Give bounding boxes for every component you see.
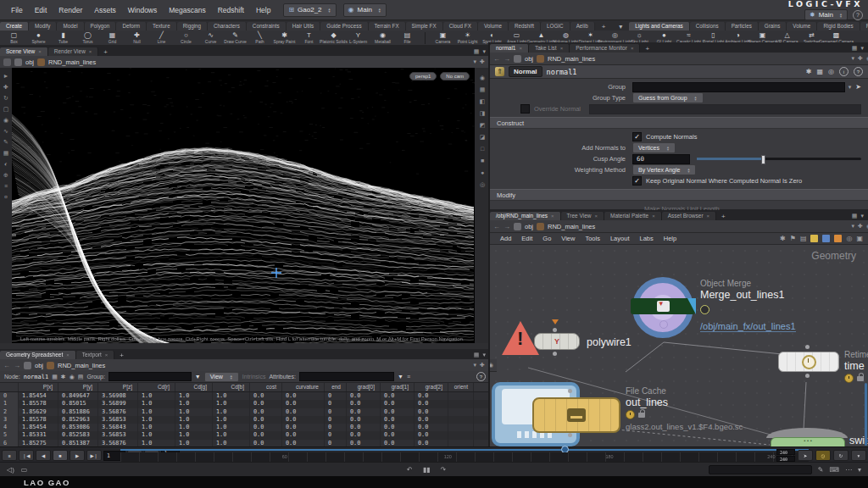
pane-menu-icon[interactable]: ▾ (482, 48, 486, 55)
pane-split-icon[interactable]: ▦ (474, 352, 480, 358)
column-header-end[interactable]: end (325, 383, 347, 391)
pane-menu-icon[interactable]: ▾ (860, 213, 864, 219)
pause-icon[interactable]: ▮▮ (423, 466, 431, 474)
network-tab-tree-view[interactable]: Tree View× (561, 212, 604, 220)
filter-funnel-icon[interactable]: ▼ (195, 374, 201, 380)
path-node[interactable]: RND_main_lines (548, 223, 595, 230)
range-arrow-icon[interactable]: ➤ (798, 450, 813, 461)
input-connector[interactable] (805, 345, 810, 349)
table-row[interactable]: 11.855780.850153.568991.01.01.00.00.000.… (0, 400, 490, 408)
flag-icon[interactable]: ⚑ (790, 235, 796, 242)
merge-object-path[interactable]: /obj/main_fx/out_lines1 (700, 321, 796, 332)
stop-button[interactable]: ■ (53, 450, 68, 461)
close-tab-icon[interactable]: × (631, 46, 634, 51)
attributes-filter-input[interactable] (299, 372, 394, 381)
shade-icon[interactable]: ◐ (4, 161, 8, 168)
close-tab-icon[interactable]: × (105, 352, 108, 358)
table-row[interactable]: 61.852750.8513873.568761.01.01.00.00.000… (0, 440, 490, 446)
timeline-track[interactable] (120, 449, 809, 451)
shelf-tool-circle[interactable]: ○Circle (174, 31, 198, 44)
info-icon[interactable]: i (839, 67, 849, 76)
chevron-down-icon[interactable]: ▾ (474, 58, 477, 65)
column-header-orient[interactable]: orient (448, 383, 474, 391)
viewport-render-area[interactable]: persp1 No cam Left mouse tumbles. Middle… (12, 68, 475, 343)
shelf2-tab-rigid-bodies[interactable]: Rigid Bodies (817, 22, 860, 30)
column-header-grad0[interactable]: grad[0] (347, 383, 381, 391)
pen-icon[interactable]: ✎ (3, 139, 8, 146)
network-tab--obj-rnd-main-lines[interactable]: /obj/RND_main_lines× (490, 212, 561, 220)
search-icon[interactable]: ◎ (828, 68, 834, 75)
desktop-selector[interactable]: ◉ Main ▲▼ (343, 3, 387, 17)
filled-square-icon[interactable]: ■ (481, 158, 484, 164)
shelf2-tab-lights-and-cameras[interactable]: Lights and Cameras (629, 22, 689, 30)
column-header-grad2[interactable]: grad[2] (415, 383, 448, 391)
shelf-tab-volume[interactable]: Volume (478, 22, 509, 30)
shelf-tool-metaball[interactable]: ◉Metaball (370, 31, 395, 44)
path-root[interactable]: obj (35, 362, 43, 369)
column-header-Pz[interactable]: P[z] (98, 383, 138, 391)
column-header-Px[interactable]: P[x] (19, 383, 58, 391)
sceneview-tab-render-view[interactable]: Render View× (48, 47, 99, 56)
network-canvas[interactable]: Geometry Object Merge Merge_out_lines1 /… (490, 245, 868, 446)
shade-bottom-icon[interactable]: ◪ (480, 134, 486, 141)
list-icon[interactable]: ≡ (4, 183, 8, 190)
pin-plus-icon[interactable]: ✚ (858, 223, 863, 230)
shelf-tab-guide-process[interactable]: Guide Process (320, 22, 368, 30)
network-menu-layout[interactable]: Layout (605, 235, 635, 242)
menu-help[interactable]: Help (250, 6, 276, 14)
network-menu-go[interactable]: Go (537, 235, 556, 242)
new-tab-icon[interactable]: + (114, 352, 129, 359)
menu-edit[interactable]: Edit (29, 6, 53, 14)
target-icon[interactable]: ◉ (70, 374, 75, 380)
pane-split-icon[interactable]: ▦ (474, 48, 480, 55)
close-tab-icon[interactable]: × (551, 214, 554, 219)
orange-palette-icon[interactable] (834, 235, 842, 242)
column-header-curvature[interactable]: curvature (282, 383, 325, 391)
shelf-tab-simple-fx[interactable]: Simple FX (406, 22, 443, 30)
compute-normals-checkbox[interactable] (632, 132, 642, 141)
pane-menu-icon[interactable]: ▾ (860, 45, 864, 52)
dot-icon[interactable]: ● (481, 169, 484, 176)
pin-plus-icon[interactable]: ✚ (480, 58, 485, 65)
node-name-label[interactable]: out_lines (626, 396, 846, 408)
spreadsheet-scrollbar[interactable] (865, 383, 867, 446)
list-icon[interactable]: ≡ (407, 374, 410, 380)
table-row[interactable]: 41.854540.8530863.568431.01.01.00.00.000… (0, 424, 490, 431)
polywire-node[interactable]: Y (534, 333, 580, 350)
back-icon[interactable]: ← (493, 223, 500, 230)
shelf-tab-logic[interactable]: LOGIC (541, 22, 570, 30)
rotate-icon[interactable]: ↻ (3, 95, 8, 102)
grid-icon[interactable]: ▦ (480, 86, 486, 93)
back-icon[interactable]: ← (493, 55, 500, 63)
shelf-tab-cloud-fx[interactable]: Cloud FX (443, 22, 478, 30)
shelf-tool-curve[interactable]: ∿Curve (198, 31, 223, 44)
weighting-method-dropdown[interactable]: By Vertex Angle ▲▼ (632, 164, 696, 175)
message-log-icon[interactable]: ▭ (21, 466, 28, 474)
blue-palette-icon[interactable] (822, 235, 830, 242)
shelf-tool-l-system[interactable]: YL-System (346, 31, 370, 44)
column-header-grad1[interactable]: grad[1] (381, 383, 415, 391)
shelf-tab-rigging[interactable]: Rigging (177, 22, 208, 30)
view-dropdown[interactable]: View ▲▼ (204, 372, 239, 382)
shelf-tool-tube[interactable]: ▮Tube (51, 31, 75, 44)
shelf2-tab-volume[interactable]: Volume (787, 22, 817, 30)
help-icon[interactable]: ? (853, 10, 863, 20)
pane-split-icon[interactable]: ▦ (852, 213, 858, 219)
table-row[interactable]: 51.853310.8525833.568531.01.01.00.00.000… (0, 431, 490, 439)
output-connector[interactable] (568, 433, 572, 437)
shelf-tool-grid[interactable]: ▦Grid (100, 31, 125, 44)
shelf-tool-draw-curve[interactable]: ✎Draw Curve (223, 31, 248, 44)
column-header-Py[interactable]: P[y] (58, 383, 98, 391)
menu-file[interactable]: File (5, 6, 29, 14)
output-connector[interactable] (805, 374, 810, 378)
folder-icon[interactable]: ▤ (78, 374, 84, 380)
square-icon[interactable]: □ (481, 146, 484, 152)
shelf-tool-platonic-solids[interactable]: ◆Platonic Solids (321, 31, 346, 44)
pin-plus-icon[interactable]: ✚ (480, 362, 485, 369)
shelf-tab-hair-utils[interactable]: Hair Utils (287, 22, 321, 30)
scene-viewport[interactable]: ►✚↻▢◉∿✎▦◐⊕≡¤ persp1 No cam Left mouse tu… (0, 68, 490, 343)
forward-icon[interactable]: → (504, 55, 510, 63)
timeline-ruler[interactable]: 60120180240 (120, 452, 809, 462)
table-row[interactable]: 21.856290.8518863.568761.01.01.00.00.000… (0, 408, 490, 416)
shelf-tool-torus[interactable]: ◯Torus (75, 31, 100, 44)
